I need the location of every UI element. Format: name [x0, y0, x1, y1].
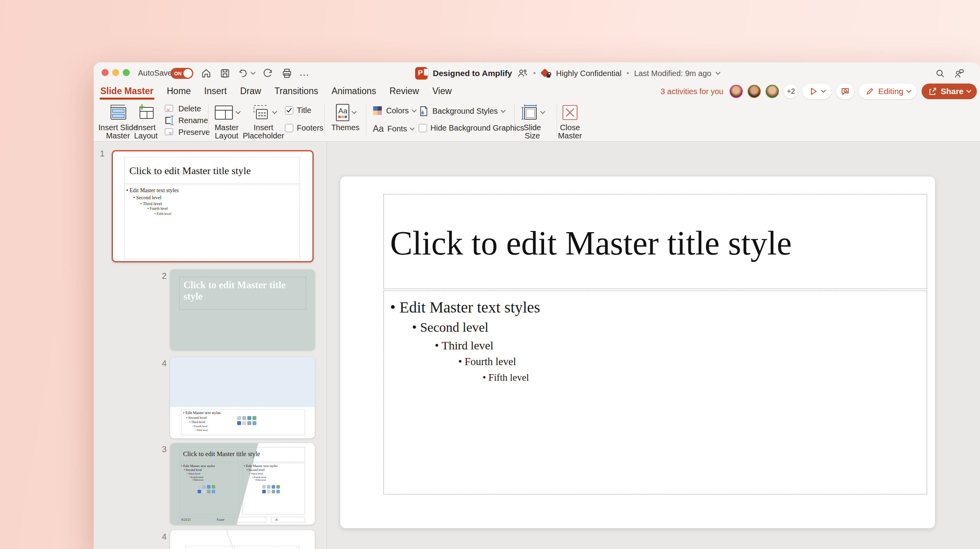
bullet-line: • Edit Master text styles — [390, 298, 540, 316]
undo-button[interactable] — [238, 68, 249, 79]
insert-layout-icon — [136, 102, 155, 124]
bullet-line: • Edit Master text styles — [244, 464, 278, 468]
slide-thumbnail-layout-4[interactable] — [170, 530, 315, 549]
sensitivity-label[interactable]: Highly Confidential — [556, 69, 622, 78]
activities-link[interactable]: 3 activities for you — [661, 87, 723, 96]
tab-review[interactable]: Review — [388, 84, 419, 98]
insert-placeholder-icon — [251, 102, 276, 124]
master-layout-icon — [214, 102, 240, 124]
save-button[interactable] — [220, 68, 230, 79]
play-icon — [809, 87, 818, 96]
comment-mention-icon — [840, 87, 850, 96]
themes-button[interactable]: Aa Themes — [329, 102, 362, 132]
redo-button[interactable] — [263, 68, 274, 79]
editing-mode-button[interactable]: Editing — [859, 84, 916, 99]
slide-size-button[interactable]: Slide Size — [517, 102, 548, 140]
tab-draw[interactable]: Draw — [239, 84, 262, 98]
close-master-button[interactable]: Close Master — [555, 102, 585, 140]
comments-button[interactable] — [836, 84, 854, 99]
bullet-line: • Fifth level — [255, 479, 266, 481]
search-button[interactable] — [935, 68, 946, 79]
checkbox-label: Footers — [297, 124, 323, 133]
slide-thumbnail-master[interactable]: Click to edit Master title style • Edit … — [112, 150, 314, 262]
workspace: 1 Click to edit Master title style • Edi… — [94, 142, 980, 549]
footers-checkbox[interactable]: Footers — [285, 124, 323, 133]
slide-editing-surface[interactable]: Click to edit Master title style • Edit … — [340, 176, 935, 528]
present-button[interactable] — [802, 84, 831, 99]
tab-label: Slide Master — [100, 86, 154, 96]
document-page-icon — [424, 69, 429, 76]
bullet-line: • Fifth level — [154, 212, 171, 216]
feedback-button[interactable] — [954, 68, 964, 79]
button-label: Background Styles — [432, 107, 498, 116]
minimize-window-button[interactable] — [112, 69, 119, 76]
button-label: Delete — [178, 104, 201, 113]
tab-home[interactable]: Home — [166, 84, 192, 98]
bullet-line: • Fifth level — [192, 479, 203, 481]
autosave-toggle[interactable]: ON — [171, 68, 193, 79]
button-label: Insert Placeholder — [242, 124, 285, 140]
presence-button[interactable] — [517, 68, 528, 79]
button-label: Fonts — [387, 124, 407, 133]
slide-thumbnail-layout-2[interactable]: • Edit Master text styles • Second level… — [170, 357, 315, 438]
avatar-overflow-badge[interactable]: +2 — [784, 84, 798, 98]
document-menu-chevron-icon[interactable] — [716, 70, 721, 75]
close-window-button[interactable] — [102, 69, 109, 76]
last-modified-label[interactable]: Last Modified: 9m ago — [634, 69, 711, 78]
fonts-button[interactable]: Aa Fonts — [373, 124, 414, 134]
collaborator-avatar[interactable] — [766, 85, 779, 98]
collaborator-avatar[interactable] — [748, 85, 761, 98]
fonts-chevron-icon — [410, 125, 415, 131]
ribbon-tab-row: Slide Master Home Insert Draw Transition… — [94, 84, 980, 98]
picture-placeholder-area — [170, 357, 315, 407]
bullet-line: • Second level — [133, 195, 162, 201]
pencil-icon — [865, 87, 875, 96]
colors-button[interactable]: Colors — [373, 106, 416, 116]
slide-thumbnail-layout-1[interactable]: Click to edit Master title style — [170, 269, 315, 350]
close-master-icon — [561, 102, 579, 124]
fonts-icon: Aa — [373, 124, 384, 134]
collaborator-avatar[interactable] — [730, 85, 743, 98]
title-placeholder[interactable]: Click to edit Master title style — [383, 194, 927, 289]
date-placeholder: 8/23/23 — [180, 517, 211, 523]
print-button[interactable] — [281, 68, 292, 79]
zoom-window-button[interactable] — [123, 69, 130, 76]
tab-insert[interactable]: Insert — [203, 84, 228, 98]
more-commands-button[interactable]: … — [299, 66, 310, 78]
button-label: Insert Layout — [131, 124, 160, 140]
bullet-line: • Edit Master text styles — [183, 411, 221, 415]
footer-placeholder: Footer — [215, 517, 267, 523]
tab-view[interactable]: View — [432, 84, 452, 98]
button-label: Preserve — [178, 128, 210, 137]
tab-transitions[interactable]: Transitions — [274, 84, 319, 98]
slide-number-label: 2 — [156, 271, 167, 281]
undo-menu-chevron-icon[interactable] — [250, 70, 256, 75]
slide-thumbnail-layout-3[interactable]: Click to edit Master title style • Edit … — [170, 443, 315, 525]
insert-placeholder-chevron-icon — [272, 109, 277, 114]
tab-animations[interactable]: Animations — [331, 84, 377, 98]
body-placeholder[interactable]: • Edit Master text styles • Second level… — [383, 291, 927, 494]
bullet-line: • Third level — [140, 201, 162, 206]
background-styles-button[interactable]: Background Styles — [419, 106, 505, 116]
collaboration-cluster: 3 activities for you +2 Editing Share — [661, 83, 977, 100]
insert-layout-button[interactable]: Insert Layout — [131, 102, 160, 140]
delete-button: Delete — [164, 104, 201, 114]
share-button[interactable]: Share — [922, 84, 977, 99]
home-button[interactable] — [201, 68, 212, 79]
master-layout-button[interactable]: Master Layout — [210, 102, 243, 140]
tab-label: Home — [167, 86, 191, 96]
document-title[interactable]: Designed to Amplify — [433, 69, 512, 78]
rename-button[interactable]: Rename — [164, 116, 208, 125]
tab-label: Draw — [240, 86, 261, 96]
bullet-line: • Second level — [186, 416, 207, 420]
title-checkbox[interactable]: Title — [285, 106, 311, 115]
hide-background-graphics-checkbox[interactable]: Hide Background Graphics — [419, 124, 524, 133]
tab-slide-master[interactable]: Slide Master — [100, 84, 154, 98]
ribbon-group-divider — [366, 104, 366, 136]
tab-label: View — [432, 86, 452, 96]
slide-number-label: 3 — [156, 444, 167, 454]
button-label: Slide Size — [517, 124, 548, 140]
ribbon: Insert Slide Master Insert Layout Delete… — [94, 98, 980, 142]
printer-icon — [281, 68, 292, 79]
insert-placeholder-button[interactable]: Insert Placeholder — [242, 102, 285, 140]
